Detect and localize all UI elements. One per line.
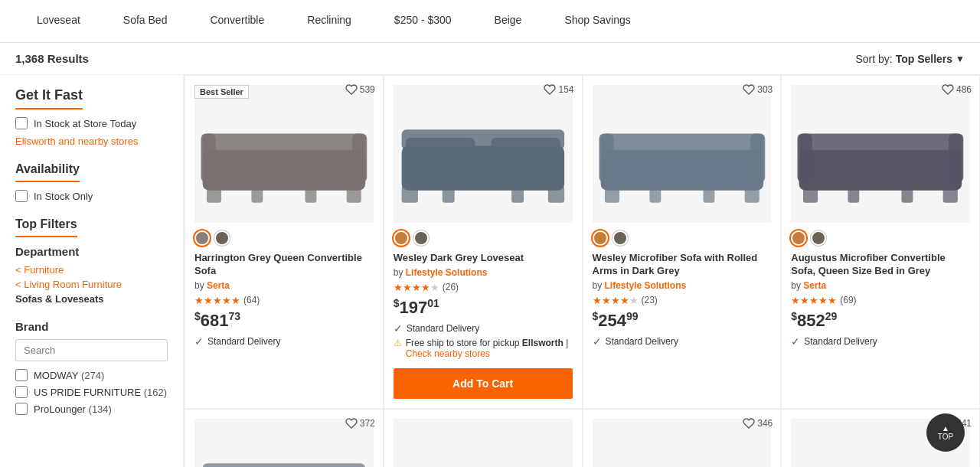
back-to-top-button[interactable]: ▲ TOP <box>926 413 965 452</box>
delivery-row: ✓ Standard Delivery <box>593 335 772 348</box>
product-name: Augustus Microfiber Convertible Sofa, Qu… <box>791 252 970 278</box>
nav-item-convertible[interactable]: Convertible <box>188 0 286 43</box>
delivery-check-icon: ✓ <box>394 322 403 335</box>
availability-section: Availability In Stock Only <box>15 162 168 202</box>
nav-item-beige[interactable]: Beige <box>473 0 544 43</box>
check-nearby-link[interactable]: Check nearby stores <box>406 348 490 359</box>
brand-search-input[interactable] <box>15 339 168 361</box>
in-stock-store-checkbox[interactable] <box>15 117 28 129</box>
color-swatches <box>194 230 374 246</box>
brand-checkbox[interactable] <box>15 369 28 381</box>
wishlist-button[interactable]: 346 <box>743 417 773 429</box>
product-price: $68173 <box>194 310 374 331</box>
product-card[interactable]: 486 Augustus Microfiber Convertible Sofa… <box>781 75 980 409</box>
dept-living-room-link[interactable]: < Living Room Furniture <box>15 279 168 290</box>
brand-checkbox[interactable] <box>15 403 28 415</box>
delivery-label: Standard Delivery <box>804 336 877 347</box>
nav-item-$250---$300[interactable]: $250 - $300 <box>373 0 473 43</box>
svg-rect-19 <box>750 133 765 182</box>
stars: ★★★★★ <box>394 282 439 293</box>
svg-rect-2 <box>201 133 216 182</box>
brand-name: ProLounger (134) <box>34 403 112 415</box>
svg-rect-17 <box>600 133 763 156</box>
wishlist-button[interactable]: 303 <box>743 83 773 96</box>
svg-rect-28 <box>803 188 818 203</box>
color-swatch[interactable] <box>214 230 230 246</box>
delivery-row: ✓ Standard Delivery <box>791 335 970 348</box>
wishlist-button[interactable]: 539 <box>345 83 375 96</box>
nav-item-shop-savings[interactable]: Shop Savings <box>543 0 652 43</box>
product-card[interactable] <box>384 409 583 467</box>
svg-rect-15 <box>511 187 524 203</box>
review-count: (26) <box>443 282 459 292</box>
svg-rect-26 <box>798 133 812 182</box>
svg-rect-6 <box>251 188 263 203</box>
availability-title: Availability <box>15 162 80 182</box>
brand-item[interactable]: MODWAY (274) <box>15 369 168 381</box>
brand-item[interactable]: US PRIDE FURNITURE (162) <box>15 386 168 398</box>
wishlist-button[interactable]: 486 <box>942 83 972 96</box>
product-card[interactable]: Best Seller 539 Harrington Grey Queen Co… <box>185 75 384 409</box>
stars-row: ★★★★★ (23) <box>593 295 772 306</box>
ship-text: Free ship to store for pickup Ellsworth … <box>406 338 573 359</box>
department-title: Department <box>15 245 168 258</box>
color-swatch[interactable] <box>612 230 628 246</box>
svg-rect-20 <box>604 188 619 203</box>
nav-item-reclining[interactable]: Reclining <box>286 0 373 43</box>
wishlist-count: 303 <box>757 84 773 95</box>
sidebar: Get It Fast In Stock at Store Today Ells… <box>0 75 184 467</box>
wishlist-count: 154 <box>558 84 573 95</box>
product-name: Wesley Microfiber Sofa with Rolled Arms … <box>593 252 772 278</box>
product-card[interactable]: 303 Wesley Microfiber Sofa with Rolled A… <box>583 75 782 409</box>
sort-by-value: Top Sellers <box>896 53 952 65</box>
ship-warn-icon: ⚠ <box>394 338 402 348</box>
svg-rect-27 <box>949 133 963 182</box>
svg-rect-21 <box>744 188 759 203</box>
wishlist-button[interactable]: 154 <box>544 83 573 96</box>
color-swatch[interactable] <box>413 230 429 246</box>
review-count: (23) <box>642 295 658 305</box>
product-card[interactable]: 372 <box>185 409 384 467</box>
color-swatch[interactable] <box>194 230 210 246</box>
sort-by-label: Sort by: <box>855 53 892 65</box>
product-card[interactable]: 154 Wesley Dark Grey Loveseat by Lifesty… <box>384 75 583 409</box>
svg-rect-12 <box>401 187 417 203</box>
color-swatch[interactable] <box>811 230 826 246</box>
add-to-cart-button[interactable]: Add To Cart <box>394 368 573 399</box>
brand-item[interactable]: ProLounger (134) <box>15 403 168 415</box>
stars: ★★★★★ <box>791 295 837 306</box>
top-nav: LoveseatSofa BedConvertibleReclining$250… <box>0 0 980 43</box>
wishlist-button[interactable]: 372 <box>345 417 375 429</box>
product-card[interactable]: 346 <box>583 409 782 467</box>
product-area: Best Seller 539 Harrington Grey Queen Co… <box>184 75 980 467</box>
color-swatch[interactable] <box>593 230 608 246</box>
delivery-label: Standard Delivery <box>207 336 280 347</box>
product-image <box>394 419 573 467</box>
nearby-stores-link[interactable]: Ellsworth and nearby stores <box>15 136 168 147</box>
in-stock-only-checkbox[interactable] <box>15 190 28 202</box>
product-image <box>394 85 573 223</box>
product-image <box>194 85 374 223</box>
nav-item-sofa-bed[interactable]: Sofa Bed <box>102 0 189 43</box>
brand-title: Brand <box>15 320 168 333</box>
stars-row: ★★★★★ (26) <box>394 282 573 293</box>
color-swatches <box>394 230 573 246</box>
stars-row: ★★★★★ (69) <box>791 295 970 306</box>
product-price: $19701 <box>394 297 573 318</box>
in-stock-store-row[interactable]: In Stock at Store Today <box>15 117 168 129</box>
wishlist-count: 346 <box>757 418 773 429</box>
svg-rect-11 <box>401 129 564 150</box>
in-stock-only-row[interactable]: In Stock Only <box>15 190 168 202</box>
color-swatch[interactable] <box>791 230 806 246</box>
product-image <box>791 85 970 223</box>
nav-item-loveseat[interactable]: Loveseat <box>15 0 102 43</box>
dept-furniture-link[interactable]: < Furniture <box>15 264 168 276</box>
sort-by[interactable]: Sort by: Top Sellers ▼ <box>855 53 965 65</box>
svg-rect-25 <box>799 133 962 156</box>
delivery-label: Standard Delivery <box>606 336 678 347</box>
color-swatch[interactable] <box>394 230 409 246</box>
product-name: Harrington Grey Queen Convertible Sofa <box>194 252 374 278</box>
delivery-row: ✓ Standard Delivery <box>194 335 374 348</box>
product-name: Wesley Dark Grey Loveseat <box>394 252 573 265</box>
brand-checkbox[interactable] <box>15 386 28 398</box>
